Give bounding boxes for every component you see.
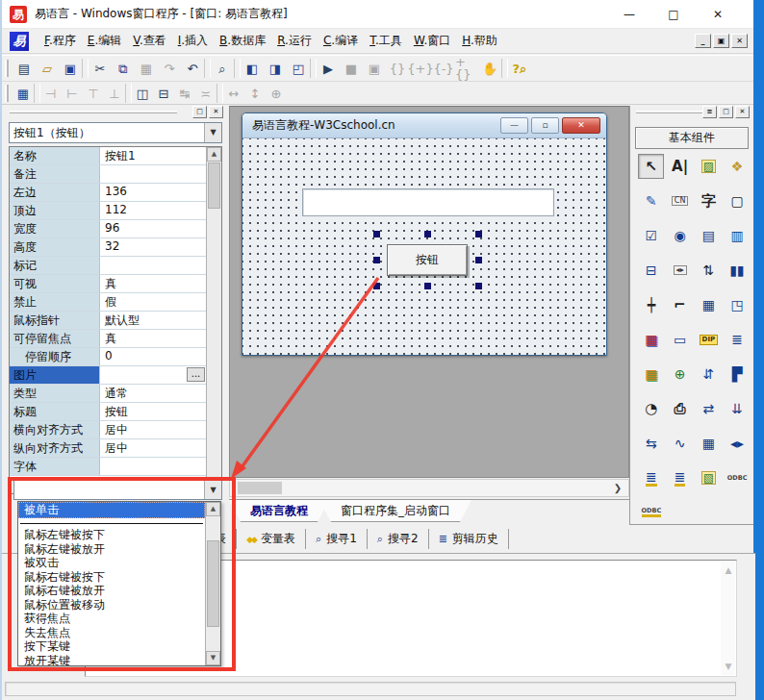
selection-handle[interactable] bbox=[424, 231, 431, 238]
close-button[interactable]: ✕ bbox=[696, 0, 740, 29]
property-row[interactable]: 名称 按钮1 bbox=[10, 147, 206, 165]
paste-button[interactable]: ▦ bbox=[135, 58, 158, 79]
preview-button[interactable]: ⌕ bbox=[211, 58, 234, 79]
menu-item-tools[interactable]: T.工具 bbox=[364, 30, 408, 52]
progress-bar-component[interactable]: ▮▮ bbox=[725, 258, 751, 283]
mdi-restore-button[interactable]: ▣ bbox=[713, 34, 729, 48]
menu-item-database[interactable]: B.数据库 bbox=[214, 30, 271, 52]
scroll-up-icon[interactable]: ▲ bbox=[207, 147, 221, 162]
form-close-button[interactable]: ✕ bbox=[562, 117, 600, 134]
combo-box-component[interactable]: ⊟ bbox=[638, 258, 664, 283]
property-value[interactable]: 居中 bbox=[100, 421, 206, 438]
property-row[interactable]: 宽度 96 bbox=[10, 220, 206, 238]
event-item[interactable]: 按下某键 bbox=[18, 639, 205, 654]
property-value[interactable]: 112 bbox=[100, 202, 206, 219]
data-receive-component[interactable]: ⇊ bbox=[725, 396, 751, 421]
selection-handle[interactable] bbox=[373, 231, 380, 238]
same-height-button[interactable]: ↕ bbox=[244, 85, 266, 103]
property-row[interactable]: 禁止 假 bbox=[10, 293, 206, 312]
animation-component[interactable]: ▦ bbox=[696, 292, 722, 317]
client-component[interactable]: ⇆ bbox=[638, 431, 664, 456]
property-value[interactable] bbox=[100, 366, 187, 384]
property-value[interactable]: 假 bbox=[100, 293, 206, 311]
chevron-down-icon[interactable]: ▼ bbox=[204, 123, 221, 142]
run-button[interactable]: ▶ bbox=[317, 58, 340, 79]
form-title-bar[interactable]: 易语言教程-W3Cschool.cn — ▫ ✕ bbox=[242, 113, 606, 138]
designed-form-window[interactable]: 易语言教程-W3Cschool.cn — ▫ ✕ 按钮 bbox=[242, 112, 607, 356]
object-selector-combobox[interactable]: 按钮1（按钮） ▼ bbox=[9, 122, 222, 143]
rich-edit-component[interactable]: ≣ bbox=[725, 327, 751, 352]
event-item[interactable]: 被双击 bbox=[18, 556, 205, 570]
toolbar-grip[interactable] bbox=[5, 60, 9, 77]
media-player-component[interactable]: ◂▸ bbox=[725, 431, 751, 456]
menu-item-help[interactable]: H.帮助 bbox=[456, 30, 503, 52]
debug-pane-button[interactable]: ▣ bbox=[363, 58, 386, 79]
menu-item-edit[interactable]: E.编辑 bbox=[82, 30, 127, 52]
property-row[interactable]: 左边 136 bbox=[10, 184, 206, 202]
scrollbar-thumb[interactable] bbox=[207, 540, 219, 627]
toolbar-grip[interactable] bbox=[5, 85, 9, 102]
mdi-minimize-button[interactable]: _ bbox=[695, 34, 711, 48]
property-row[interactable]: 顶边 112 bbox=[10, 202, 206, 220]
panel-maximize-button[interactable]: □ bbox=[719, 106, 733, 118]
form-minimize-button[interactable]: — bbox=[500, 117, 528, 134]
menu-item-run[interactable]: R.运行 bbox=[271, 30, 318, 52]
same-size-button[interactable]: ⊕ bbox=[266, 85, 287, 103]
output-scrollbar[interactable]: ▲ ▼ bbox=[721, 562, 735, 675]
ellipsis-button[interactable]: ... bbox=[187, 367, 205, 382]
event-item[interactable]: 鼠标右键被放开 bbox=[18, 584, 205, 598]
dip-folder-component[interactable]: DIP bbox=[696, 327, 722, 352]
event-item-selected[interactable]: 被单击 bbox=[18, 502, 205, 518]
stop-button[interactable]: ■ bbox=[340, 58, 363, 79]
cut-button[interactable]: ✂ bbox=[89, 58, 112, 79]
property-value[interactable]: 真 bbox=[100, 330, 206, 347]
event-selector-combobox[interactable]: ▼ bbox=[13, 480, 222, 500]
menu-item-compile[interactable]: C.编译 bbox=[318, 30, 364, 52]
picture-box-component[interactable]: ▨ bbox=[696, 154, 722, 179]
event-item[interactable]: 鼠标左键被按下 bbox=[18, 528, 205, 542]
horizontal-scrollbar-component[interactable]: ◂▸ bbox=[667, 258, 693, 283]
menu-item-program[interactable]: F.程序 bbox=[38, 30, 82, 52]
label-component[interactable]: A| bbox=[667, 154, 693, 179]
step-out-button[interactable]: {-} bbox=[432, 58, 455, 79]
space-equal-horizontal-button[interactable]: ↹ bbox=[174, 85, 195, 103]
panel-close-button[interactable]: ✕ bbox=[735, 106, 750, 118]
event-item[interactable]: 失去焦点 bbox=[18, 626, 205, 640]
redo-button[interactable]: ↷ bbox=[158, 58, 181, 79]
property-row[interactable]: 鼠标指针 默认型 bbox=[10, 312, 206, 330]
layout-default-button[interactable]: ◧ bbox=[241, 58, 264, 79]
list-box-component[interactable]: ▥ bbox=[725, 223, 751, 248]
browser-window-component[interactable]: ◳ bbox=[725, 292, 751, 317]
event-item[interactable]: 鼠标左键被放开 bbox=[18, 542, 205, 557]
pointer-tool[interactable]: ↖ bbox=[638, 154, 664, 179]
property-row[interactable]: 备注 bbox=[10, 165, 206, 184]
property-value[interactable]: 真 bbox=[100, 275, 206, 292]
property-row[interactable]: 可视 真 bbox=[10, 275, 206, 293]
new-file-button[interactable]: ▤ bbox=[13, 58, 36, 79]
property-value[interactable] bbox=[100, 257, 206, 274]
event-item[interactable]: 放开某键 bbox=[18, 654, 205, 666]
list-view-component[interactable]: ▤ bbox=[696, 223, 722, 248]
vertical-scrollbar-component[interactable]: ⇅ bbox=[696, 258, 722, 283]
tab-component[interactable]: ⌐ bbox=[667, 292, 693, 317]
undo-button[interactable]: ↶ bbox=[181, 58, 204, 79]
property-value[interactable]: 通常 bbox=[100, 385, 206, 402]
panel-grip[interactable] bbox=[636, 111, 703, 113]
scroll-right-icon[interactable]: ❯ bbox=[610, 481, 625, 495]
panel-maximize-button[interactable]: □ bbox=[192, 106, 207, 118]
odbc-component[interactable]: ODBC bbox=[725, 465, 751, 490]
space-equal-vertical-button[interactable]: ≍ bbox=[195, 85, 216, 103]
property-row[interactable]: 纵向对齐方式 居中 bbox=[10, 439, 206, 458]
property-value[interactable]: 0 bbox=[100, 348, 206, 365]
property-value[interactable]: 136 bbox=[100, 184, 206, 201]
open-file-button[interactable]: ▱ bbox=[36, 58, 59, 79]
date-picker-component[interactable]: ▦ bbox=[638, 327, 664, 352]
selection-handle[interactable] bbox=[373, 257, 380, 263]
db-document-component[interactable]: ≣ bbox=[638, 465, 664, 490]
center-horizontal-button[interactable]: ◫ bbox=[132, 85, 153, 103]
edit-box-component[interactable]: ✎ bbox=[638, 188, 664, 213]
editor-tab[interactable]: 窗口程序集_启动窗口 bbox=[319, 500, 471, 522]
chevron-down-icon[interactable]: ▼ bbox=[204, 481, 221, 499]
data-send-component[interactable]: ⇄ bbox=[696, 396, 722, 421]
slider-component[interactable]: ┿ bbox=[638, 292, 664, 317]
